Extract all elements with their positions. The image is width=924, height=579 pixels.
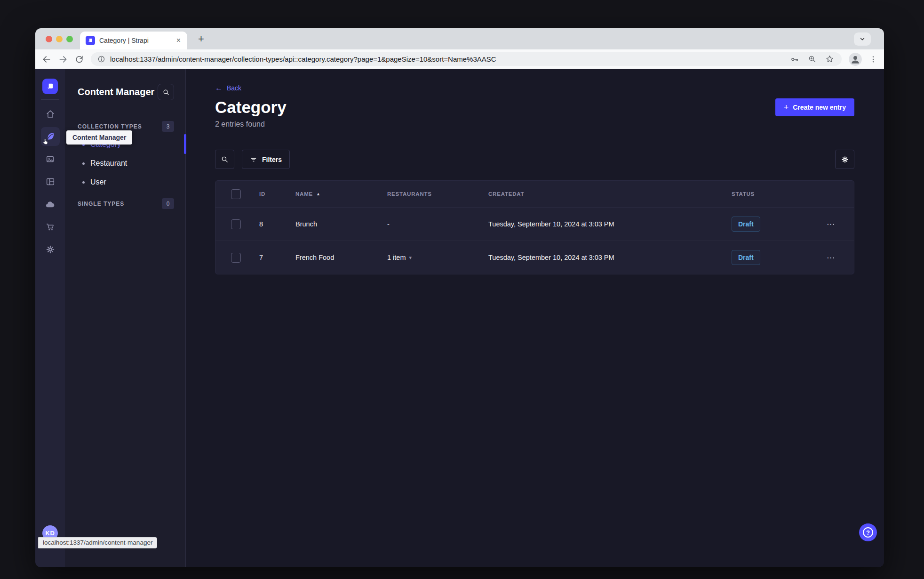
bullet-icon	[82, 181, 85, 184]
back-link[interactable]: ← Back	[215, 84, 241, 92]
media-library-icon	[45, 154, 56, 164]
table-header-row: ID NAME ▲ RESTAURANTS CREATEDAT STATUS	[215, 181, 854, 207]
entries-count: 2 entries found	[215, 120, 287, 129]
password-manager-icon[interactable]	[790, 55, 799, 64]
browser-menu-icon[interactable]	[869, 55, 877, 64]
filters-button[interactable]: Filters	[242, 150, 290, 169]
strapi-favicon	[86, 36, 95, 45]
section-label: COLLECTION TYPES	[78, 123, 142, 130]
help-button[interactable]: ?	[859, 523, 877, 541]
tab-search-button[interactable]	[854, 32, 871, 46]
select-all-checkbox[interactable]	[231, 189, 241, 199]
cell-restaurants: -	[387, 220, 488, 228]
subnav-search-button[interactable]	[158, 84, 174, 100]
bookmark-star-icon[interactable]	[825, 55, 834, 64]
sidebar-item-restaurant[interactable]: Restaurant	[78, 154, 174, 173]
cell-id: 8	[259, 220, 295, 228]
subnav-title: Content Manager	[78, 87, 154, 97]
layout-icon	[45, 177, 56, 187]
browser-window: Category | Strapi × + local	[35, 28, 884, 567]
row-checkbox[interactable]	[231, 253, 241, 263]
nav-content-type-builder-button[interactable]	[41, 172, 60, 191]
mouse-cursor-hand	[42, 138, 49, 145]
sort-asc-icon: ▲	[316, 192, 321, 196]
browser-profile-avatar[interactable]	[849, 53, 862, 66]
caret-down-icon: ▾	[409, 255, 412, 261]
plus-icon: +	[784, 103, 789, 112]
forward-button[interactable]	[58, 55, 68, 64]
back-button[interactable]	[42, 55, 51, 64]
table-row[interactable]: 8 Brunch - Tuesday, September 10, 2024 a…	[215, 207, 854, 241]
row-menu-button[interactable]: ⋯	[827, 254, 835, 262]
zoom-icon[interactable]	[808, 55, 817, 64]
minimize-window-button[interactable]	[56, 36, 63, 42]
search-button[interactable]	[215, 150, 234, 169]
nav-media-library-button[interactable]	[41, 150, 60, 169]
browser-tab[interactable]: Category | Strapi ×	[80, 32, 187, 49]
main-content: ← Back Category 2 entries found + Create…	[186, 69, 884, 567]
window-controls	[46, 36, 73, 42]
shopping-cart-icon	[45, 222, 56, 232]
column-header-createdat[interactable]: CREATEDAT	[488, 191, 732, 197]
cell-restaurants-dropdown[interactable]: 1 item ▾	[387, 254, 488, 261]
cell-name: French Food	[295, 254, 387, 261]
main-nav-rail: KD	[35, 69, 65, 567]
column-header-restaurants[interactable]: RESTAURANTS	[387, 191, 488, 197]
site-info-icon[interactable]	[97, 55, 105, 63]
nav-content-manager-button[interactable]	[41, 127, 60, 146]
section-count-badge: 0	[162, 198, 174, 209]
gear-icon	[841, 155, 849, 164]
link-status-bar: localhost:1337/admin/content-manager	[38, 537, 157, 548]
search-icon	[221, 155, 229, 163]
subnav-divider	[78, 108, 89, 108]
section-count-badge: 3	[162, 121, 174, 132]
column-header-id[interactable]: ID	[259, 191, 295, 197]
maximize-window-button[interactable]	[66, 36, 73, 42]
column-header-name[interactable]: NAME ▲	[295, 191, 387, 197]
reload-button[interactable]	[75, 55, 84, 64]
back-arrow-icon: ←	[215, 84, 223, 92]
question-mark-icon: ?	[863, 527, 873, 538]
filter-icon	[250, 156, 257, 163]
single-types-section: SINGLE TYPES 0	[78, 198, 174, 209]
close-window-button[interactable]	[46, 36, 52, 42]
create-new-entry-button[interactable]: + Create new entry	[775, 98, 854, 116]
bullet-icon	[82, 162, 85, 165]
nav-marketplace-button[interactable]	[41, 217, 60, 236]
cloud-icon	[45, 199, 56, 210]
entries-table: ID NAME ▲ RESTAURANTS CREATEDAT STATUS 8	[215, 180, 854, 274]
tab-strip: Category | Strapi × +	[35, 28, 884, 49]
url-text: localhost:1337/admin/content-manager/col…	[110, 55, 496, 63]
tab-close-icon[interactable]: ×	[175, 36, 183, 45]
new-tab-button[interactable]: +	[195, 32, 207, 46]
status-badge: Draft	[732, 217, 760, 232]
content-manager-tooltip: Content Manager	[66, 130, 132, 145]
strapi-app: KD Content Manager COLLECTION TYPES 3	[35, 69, 884, 567]
cell-createdat: Tuesday, September 10, 2024 at 3:03 PM	[488, 220, 732, 228]
home-icon	[45, 109, 56, 119]
table-row[interactable]: 7 French Food 1 item ▾ Tuesday, Septembe…	[215, 241, 854, 274]
table-settings-button[interactable]	[835, 150, 854, 169]
page-title: Category	[215, 98, 287, 116]
nav-cloud-button[interactable]	[41, 195, 60, 214]
strapi-logo[interactable]	[42, 79, 58, 94]
back-label: Back	[227, 84, 241, 92]
cell-createdat: Tuesday, September 10, 2024 at 3:03 PM	[488, 254, 732, 261]
browser-toolbar: localhost:1337/admin/content-manager/col…	[35, 49, 884, 69]
gear-icon	[45, 244, 56, 255]
desktop: Category | Strapi × + local	[0, 0, 924, 579]
active-page-indicator	[184, 134, 186, 154]
row-menu-button[interactable]: ⋯	[827, 220, 835, 228]
chevron-down-icon	[859, 36, 866, 42]
column-header-status[interactable]: STATUS	[732, 191, 807, 197]
search-icon	[162, 88, 170, 96]
sidebar-item-user[interactable]: User	[78, 173, 174, 192]
cell-id: 7	[259, 254, 295, 261]
tab-title: Category | Strapi	[99, 37, 170, 44]
nav-home-button[interactable]	[41, 105, 60, 123]
url-bar[interactable]: localhost:1337/admin/content-manager/col…	[91, 52, 842, 66]
row-checkbox[interactable]	[231, 219, 241, 229]
nav-settings-button[interactable]	[41, 240, 60, 259]
section-label: SINGLE TYPES	[78, 201, 124, 207]
rail-divider	[41, 99, 59, 100]
